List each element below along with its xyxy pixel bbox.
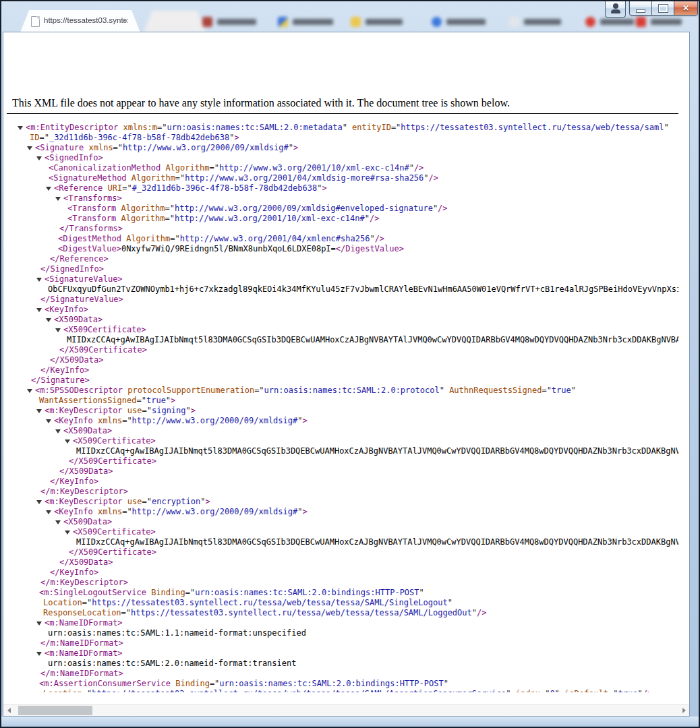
ghost-tab-favicon [278,17,288,27]
ghost-tab-title [293,19,333,25]
xml-line: </Reference> [7,254,678,264]
collapse-arrow-icon[interactable] [46,419,51,423]
xml-line: ResponseLocation="https://tessatest03.sy… [7,608,678,618]
window-frame: https://tessatest03.syntel ✕ ✕ ← → ↻ Над… [0,0,700,728]
ghost-tab-title [217,19,256,25]
ghost-tab-favicon [351,17,361,27]
window-controls: ✕ [629,1,698,16]
profile-button[interactable] [605,1,626,18]
ghost-tab[interactable] [202,15,256,28]
xml-line: <X509Data> [7,426,678,436]
page-favicon-icon [31,16,40,27]
xml-tree: <m:EntityDescriptor xmlns:m="urn:oasis:n… [7,114,678,692]
collapse-arrow-icon[interactable] [36,278,42,282]
right-triangle-icon [682,708,686,713]
xml-line: <DigestMethod Algorithm="http://www.w3.o… [7,234,678,244]
tab-close-icon[interactable]: ✕ [121,16,131,26]
collapse-arrow-icon[interactable] [36,409,42,413]
xml-line: </m:KeyDescriptor> [7,578,678,588]
xml-line: <m:AssertionConsumerService Binding="urn… [7,679,678,689]
xml-line: ObCFUxqyuDfGun2TvZOWNOymb1+hj6+c7xkzadgl… [7,284,678,295]
xml-line: </KeyInfo> [7,365,678,375]
close-icon: ✕ [682,1,689,15]
xml-line: MIIDxzCCAq+gAwIBAgIJAIbNmqt5l83DMA0GCSqG… [7,446,678,456]
browser-window: { "window": { "controls": {"minimize": "… [0,0,700,728]
xml-line: <X509Certificate> [7,527,678,537]
collapse-arrow-icon[interactable] [27,389,32,393]
tab-title: https://tessatest03.syntel [44,16,126,27]
minimize-icon [636,9,645,13]
xml-line: <X509Data> [7,315,678,325]
xml-line: </SignatureValue> [7,295,678,305]
collapse-arrow-icon[interactable] [46,318,51,322]
xml-viewer-message: This XML file does not appear to have an… [7,92,678,113]
xml-line: <SignatureMethod Algorithm="http://www.w… [7,173,678,183]
horizontal-scrollbar[interactable] [3,704,689,716]
xml-line: </m:NameIDFormat> [7,638,678,648]
ghost-tab[interactable] [144,11,206,32]
xml-line: <m:KeyDescriptor use="encryption"> [7,497,678,507]
collapse-arrow-icon[interactable] [46,510,51,514]
xml-line: </X509Data> [7,355,678,365]
close-button[interactable]: ✕ [674,1,697,15]
xml-line: </SignedInfo> [7,264,678,274]
ghost-tab[interactable] [432,15,486,28]
xml-line: <m:SingleLogoutService Binding="urn:oasi… [7,588,678,598]
xml-line: <Transforms> [7,193,678,204]
collapse-arrow-icon[interactable] [55,429,61,433]
xml-line: WantAssertionsSigned="true"> [7,396,678,406]
xml-viewer: This XML file does not appear to have an… [7,92,678,692]
scroll-thumb[interactable] [18,706,92,715]
xml-line: </X509Data> [7,466,678,477]
minimize-button[interactable] [630,1,652,15]
xml-line: Location="https://tessatest03.syntellect… [7,689,678,692]
xml-line: </X509Certificate> [7,456,678,466]
ghost-tab-favicon [509,17,519,27]
window-border-bottom [1,717,699,727]
maximize-icon [659,5,668,12]
left-triangle-icon [7,708,11,713]
xml-line: <m:NameIDFormat> [7,648,678,659]
xml-line: <KeyInfo xmlns="http://www.w3.org/2000/0… [7,507,678,517]
xml-line: MIIDxzCCAq+gAwIBAgIJAIbNmqt5l83DMA0GCSqG… [7,335,678,345]
xml-line: <m:SPSSODescriptor protocolSupportEnumer… [7,386,678,396]
maximize-button[interactable] [652,1,674,15]
collapse-arrow-icon[interactable] [18,126,23,130]
xml-line: <CanonicalizationMethod Algorithm="http:… [7,163,678,173]
scroll-left-arrow[interactable] [3,705,14,716]
collapse-arrow-icon[interactable] [65,530,70,535]
collapse-arrow-icon[interactable] [65,439,70,444]
xml-line: <m:KeyDescriptor use="signing"> [7,406,678,416]
ghost-tab[interactable] [351,15,403,28]
xml-line: <KeyInfo> [7,305,678,315]
collapse-arrow-icon[interactable] [36,156,42,160]
xml-line: <SignedInfo> [7,153,678,163]
xml-line: <Signature xmlns="http://www.w3.org/2000… [7,143,678,153]
ghost-tab-favicon [636,17,646,27]
xml-line: <m:EntityDescriptor xmlns:m="urn:oasis:n… [7,123,678,133]
xml-line: </X509Data> [7,557,678,568]
xml-line: <Transform Algorithm="http://www.w3.org/… [7,214,678,224]
ghost-tab-favicon [432,17,442,27]
ghost-tab-title [600,19,634,25]
ghost-tab[interactable] [636,15,682,28]
collapse-arrow-icon[interactable] [36,500,42,504]
collapse-arrow-icon[interactable] [36,621,42,626]
ghost-tab[interactable] [278,15,333,28]
ghost-tab-favicon [202,17,212,27]
collapse-arrow-icon[interactable] [55,328,61,332]
xml-line: <SignatureValue> [7,274,678,284]
ghost-tab-title [366,19,403,25]
collapse-arrow-icon[interactable] [36,308,42,312]
ghost-tab[interactable] [509,15,561,28]
xml-line: </m:NameIDFormat> [7,669,678,679]
collapse-arrow-icon[interactable] [36,652,42,656]
collapse-arrow-icon[interactable] [27,146,32,150]
collapse-arrow-icon[interactable] [55,520,61,524]
active-tab[interactable]: https://tessatest03.syntel ✕ [20,10,140,32]
collapse-arrow-icon[interactable] [55,197,61,201]
scroll-right-arrow[interactable] [678,705,689,716]
xml-line: </X509Certificate> [7,547,678,557]
collapse-arrow-icon[interactable] [46,187,51,191]
xml-line: MIIDxzCCAq+gAwIBAgIJAIbNmqt5l83DMA0GCSqG… [7,537,678,547]
